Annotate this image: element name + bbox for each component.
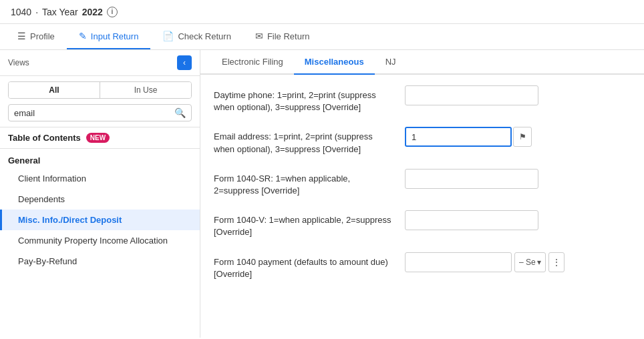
sidebar-header: Views ‹: [0, 50, 200, 76]
filter-all[interactable]: All: [9, 82, 100, 98]
form-1040-sr-input[interactable]: [405, 169, 538, 189]
form-1040-sr-label: Form 1040-SR: 1=when applicable, 2=suppr…: [214, 169, 394, 197]
daytime-phone-input[interactable]: [405, 85, 538, 105]
document-icon: 📄: [162, 31, 174, 41]
sidebar-item-misc-info[interactable]: Misc. Info./Direct Deposit: [0, 210, 200, 230]
tab-nj[interactable]: NJ: [375, 50, 407, 75]
tax-year-label: Tax Year: [42, 7, 78, 17]
form-row-1040-payment: Form 1040 payment (defaults to amount du…: [214, 252, 631, 280]
tax-year-value: 2022: [82, 7, 103, 17]
content-tabs: Electronic Filing Miscellaneous NJ: [200, 50, 644, 75]
tab-electronic-filing[interactable]: Electronic Filing: [211, 50, 294, 75]
tab-profile-label: Profile: [30, 31, 55, 41]
new-badge: NEW: [86, 133, 110, 143]
filter-tabs: All In Use: [8, 81, 192, 99]
tab-check-return[interactable]: 📄 Check Return: [150, 24, 243, 49]
content-area: Electronic Filing Miscellaneous NJ Dayti…: [200, 50, 644, 338]
sidebar-item-dependents-label: Dependents: [18, 194, 65, 204]
sidebar-item-client-info[interactable]: Client Information: [0, 168, 200, 189]
send-icon: ✉: [255, 31, 263, 41]
tab-profile[interactable]: ☰ Profile: [5, 24, 67, 49]
general-section-label: General: [0, 149, 200, 168]
tab-check-return-label: Check Return: [178, 31, 230, 41]
form-1040-payment-label: Form 1040 payment (defaults to amount du…: [214, 252, 394, 280]
search-button[interactable]: 🔍: [174, 107, 186, 118]
views-label: Views: [8, 58, 29, 67]
search-bar: 🔍: [8, 104, 192, 121]
tab-input-return[interactable]: ✎ Input Return: [67, 24, 151, 49]
list-icon: ☰: [17, 31, 26, 41]
form-1040-payment-input[interactable]: [405, 252, 512, 272]
dropdown-label: – Se: [519, 258, 536, 267]
form-row-1040-v: Form 1040-V: 1=when applicable, 2=suppre…: [214, 210, 631, 238]
sidebar-item-community-property[interactable]: Community Property Income Allocation: [0, 230, 200, 251]
payment-input-group: – Se ▾ ⋮: [405, 252, 565, 272]
sidebar-item-community-property-label: Community Property Income Allocation: [18, 236, 168, 246]
chevron-down-icon: ▾: [537, 258, 541, 267]
form-row-email-address: Email address: 1=print, 2=print (suppres…: [214, 127, 631, 155]
page-title: 1040 · Tax Year 2022 i: [11, 7, 118, 17]
sidebar-item-dependents[interactable]: Dependents: [0, 189, 200, 210]
form-1040-v-input[interactable]: [405, 210, 538, 230]
sidebar-item-client-info-label: Client Information: [18, 174, 86, 184]
email-address-label: Email address: 1=print, 2=print (suppres…: [214, 127, 394, 155]
email-input-group: ⚑: [405, 127, 532, 147]
sidebar: Views ‹ All In Use 🔍 Table of Contents N…: [0, 50, 200, 338]
pencil-icon: ✎: [79, 31, 87, 41]
more-options-button[interactable]: ⋮: [548, 252, 565, 272]
tab-miscellaneous[interactable]: Miscellaneous: [294, 50, 375, 75]
top-bar: 1040 · Tax Year 2022 i: [0, 0, 644, 24]
payment-dropdown-button[interactable]: – Se ▾: [514, 252, 546, 272]
separator: ·: [35, 7, 38, 17]
daytime-phone-label: Daytime phone: 1=print, 2=print (suppres…: [214, 85, 394, 113]
form-body: Daytime phone: 1=print, 2=print (suppres…: [200, 75, 644, 338]
filter-in-use[interactable]: In Use: [100, 82, 191, 98]
search-input[interactable]: [14, 108, 174, 118]
tab-file-return[interactable]: ✉ File Return: [243, 24, 322, 49]
toc-label: Table of Contents: [8, 133, 81, 143]
info-icon[interactable]: i: [107, 7, 118, 17]
flag-button[interactable]: ⚑: [513, 127, 532, 147]
collapse-button[interactable]: ‹: [177, 55, 192, 70]
sidebar-content: General Client Information Dependents Mi…: [0, 149, 200, 338]
sidebar-item-pay-by-refund-label: Pay-By-Refund: [18, 256, 77, 266]
tab-file-return-label: File Return: [267, 31, 310, 41]
sidebar-item-pay-by-refund[interactable]: Pay-By-Refund: [0, 251, 200, 272]
tab-input-return-label: Input Return: [91, 31, 139, 41]
form-number: 1040: [11, 7, 31, 17]
main-layout: Views ‹ All In Use 🔍 Table of Contents N…: [0, 50, 644, 338]
toc-header: Table of Contents NEW: [0, 127, 200, 149]
form-row-1040-sr: Form 1040-SR: 1=when applicable, 2=suppr…: [214, 169, 631, 197]
form-row-daytime-phone: Daytime phone: 1=print, 2=print (suppres…: [214, 85, 631, 113]
sidebar-item-misc-info-label: Misc. Info./Direct Deposit: [18, 215, 122, 225]
form-1040-v-label: Form 1040-V: 1=when applicable, 2=suppre…: [214, 210, 394, 238]
nav-tabs: ☰ Profile ✎ Input Return 📄 Check Return …: [0, 24, 644, 50]
email-address-input[interactable]: [405, 127, 512, 147]
